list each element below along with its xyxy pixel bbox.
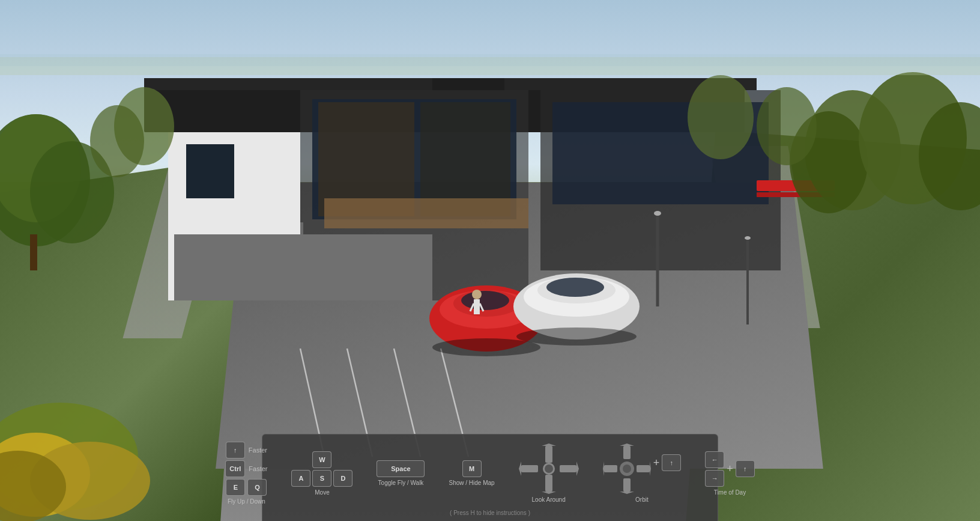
toggle-label: Toggle Fly / Walk (378, 480, 424, 486)
svg-marker-73 (620, 492, 634, 494)
svg-marker-71 (620, 443, 634, 446)
key-up-arrow[interactable]: ↑ (226, 442, 245, 459)
svg-rect-58 (560, 465, 576, 472)
key-orbit-up[interactable]: ↑ (662, 454, 681, 471)
hud-group-time: ← → + ↑ Time of Day (705, 451, 755, 496)
svg-rect-56 (521, 465, 538, 472)
driveway (216, 182, 823, 469)
key-d[interactable]: D (333, 470, 352, 487)
svg-marker-57 (519, 462, 521, 476)
hud-group-move: W A S D Move (291, 451, 352, 496)
move-label: Move (315, 489, 329, 496)
key-e[interactable]: E (226, 479, 245, 496)
key-space[interactable]: Space (377, 460, 425, 477)
svg-rect-70 (623, 446, 631, 459)
key-ctrl[interactable]: Ctrl (225, 460, 245, 477)
key-a[interactable]: A (291, 470, 310, 487)
look-around-label: Look Around (532, 496, 566, 503)
wasd-keys: W A S D (291, 451, 352, 487)
hud-group-fly: ↑ Faster Ctrl Faster E Q Fly Up / Dow (225, 442, 267, 505)
faster-label: Faster (249, 465, 267, 472)
fly-label: Fly Up / Down (228, 498, 265, 505)
svg-rect-72 (623, 478, 631, 492)
key-time-right[interactable]: → (705, 470, 724, 487)
time-label: Time of Day (714, 489, 746, 496)
svg-marker-67 (603, 462, 604, 476)
look-around-icon (519, 443, 579, 494)
svg-marker-69 (650, 462, 651, 476)
key-s[interactable]: S (312, 470, 331, 487)
key-m[interactable]: M (462, 460, 482, 477)
key-q[interactable]: Q (247, 479, 267, 496)
map-label: Show / Hide Map (449, 480, 494, 486)
fast-label: Faster (249, 446, 267, 454)
fly-keys: ↑ Faster Ctrl Faster E Q (225, 442, 267, 496)
hud-panel: ↑ Faster Ctrl Faster E Q Fly Up / Dow (262, 434, 718, 521)
svg-rect-68 (637, 465, 650, 472)
key-time-left[interactable]: ← (705, 451, 724, 468)
hud-group-look: Look Around (519, 443, 579, 503)
svg-rect-66 (604, 465, 617, 472)
hud-controls-row: ↑ Faster Ctrl Faster E Q Fly Up / Dow (272, 442, 708, 505)
hud-group-map: M Show / Hide Map (449, 460, 494, 486)
hud-group-toggle: Space Toggle Fly / Walk (377, 460, 425, 486)
time-keys: ← → + ↑ (705, 451, 755, 487)
orbit-keys: + ↑ (603, 443, 682, 494)
svg-marker-59 (576, 462, 579, 476)
viewport: ↑ Faster Ctrl Faster E Q Fly Up / Dow (0, 0, 980, 521)
orbit-label: Orbit (635, 496, 649, 503)
svg-rect-62 (545, 475, 552, 492)
svg-point-65 (545, 465, 553, 473)
svg-marker-61 (542, 443, 556, 446)
svg-point-75 (623, 465, 631, 473)
hide-hint: ( Press H to hide instructions ) (272, 510, 708, 516)
key-time-up[interactable]: ↑ (736, 460, 755, 477)
svg-rect-60 (545, 446, 552, 463)
svg-marker-63 (542, 492, 556, 494)
hud-group-orbit: + ↑ Orbit (603, 443, 682, 503)
key-w[interactable]: W (312, 451, 331, 468)
